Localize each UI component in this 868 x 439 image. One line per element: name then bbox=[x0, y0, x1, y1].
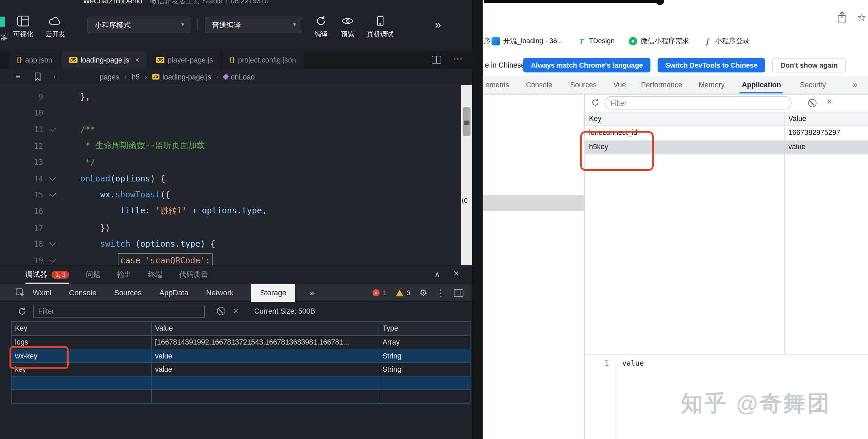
editor-scrollbar[interactable]: (0 bbox=[461, 85, 472, 266]
refresh-icon[interactable] bbox=[591, 99, 599, 107]
column-divider[interactable] bbox=[784, 112, 785, 354]
debugger-tab-Network[interactable]: Network bbox=[206, 289, 234, 297]
storage-row[interactable]: logs[1667814391992,1667813721543,1667813… bbox=[12, 336, 470, 349]
find-highlight-box: case 'scanQRCode': bbox=[120, 255, 211, 265]
warning-icon[interactable] bbox=[396, 289, 403, 296]
split-editor-icon[interactable] bbox=[432, 56, 441, 64]
editor-tab-player-page.js[interactable]: JSplayer-page.js bbox=[148, 51, 221, 69]
code-line: 18 switch (options.type) { bbox=[0, 236, 472, 252]
visualize-button[interactable]: 可视化 bbox=[13, 16, 33, 39]
compile-mode-dropdown[interactable]: 普通编译 ▾ bbox=[205, 17, 302, 33]
breadcrumb-item[interactable]: pages bbox=[100, 73, 119, 81]
code-token bbox=[140, 255, 145, 265]
editor-tab-project.config.json[interactable]: {}project.config.json bbox=[222, 51, 304, 69]
clear-storage-icon[interactable] bbox=[808, 99, 816, 107]
bookmark-star-icon[interactable]: ☆ bbox=[857, 11, 866, 24]
code-token: onLoad bbox=[80, 174, 110, 183]
devtools-tab-Performance[interactable]: Performance bbox=[641, 76, 682, 93]
storage-filter-input[interactable] bbox=[33, 304, 205, 318]
debugger-tab-Wxml[interactable]: Wxml bbox=[33, 289, 51, 297]
editor-tab-app.json[interactable]: {}app.json bbox=[9, 51, 60, 69]
storage-row[interactable] bbox=[12, 390, 470, 404]
panel-tab-调试器[interactable]: 调试器1, 3 bbox=[26, 266, 69, 284]
dont-show-again-button[interactable]: Don't show again bbox=[772, 58, 846, 72]
dock-layout-icon[interactable] bbox=[454, 289, 464, 297]
tabbar-more-icon[interactable]: ⋯ bbox=[453, 54, 462, 64]
match-language-button[interactable]: Always match Chrome's language bbox=[523, 58, 651, 72]
bookmark-label: TDesign bbox=[589, 37, 615, 45]
list-icon[interactable]: ≡ bbox=[16, 71, 20, 81]
storage-filter-row: × Current Size: 500B bbox=[0, 302, 472, 320]
switch-chinese-button[interactable]: Switch DevTools to Chinese bbox=[658, 58, 766, 72]
storage-row[interactable]: wx-keyvalueString bbox=[12, 349, 470, 363]
panel-tab-输出[interactable]: 输出 bbox=[117, 266, 131, 284]
close-filter-icon[interactable]: × bbox=[827, 96, 832, 107]
back-arrow-icon[interactable]: ← bbox=[52, 71, 60, 80]
kebab-menu-icon[interactable]: ⋮ bbox=[436, 287, 445, 298]
devtools-tabs-overflow-icon[interactable]: » bbox=[852, 80, 857, 89]
gear-icon[interactable]: ⚙ bbox=[419, 287, 427, 298]
device-debug-button[interactable]: 真机调试 bbox=[363, 16, 398, 39]
column-header-type[interactable]: Type bbox=[379, 322, 470, 335]
devtools-tab-Vue[interactable]: Vue bbox=[613, 76, 626, 93]
fold-chevron-icon[interactable] bbox=[43, 190, 62, 200]
code-text: onLoad(options) { bbox=[62, 174, 165, 183]
debugger-tab-Storage[interactable]: Storage bbox=[251, 284, 295, 302]
debugger-tab-AppData[interactable]: AppData bbox=[159, 289, 188, 297]
debugger-tab-Console[interactable]: Console bbox=[69, 289, 97, 297]
column-header-key[interactable]: Key bbox=[12, 322, 152, 335]
value-cell: value bbox=[788, 143, 806, 151]
storage-row[interactable] bbox=[12, 376, 470, 390]
storage-row[interactable]: keyvalueString bbox=[12, 363, 470, 376]
fold-chevron-icon[interactable] bbox=[43, 174, 62, 183]
breadcrumb-item[interactable]: JSloading-page.js bbox=[152, 73, 211, 81]
devtools-tab-ements[interactable]: ements bbox=[485, 76, 509, 93]
debugger-tabs-overflow-icon[interactable]: » bbox=[310, 288, 314, 298]
devtools-tab-Security[interactable]: Security bbox=[800, 76, 826, 93]
debugger-tab-Sources[interactable]: Sources bbox=[114, 289, 142, 297]
toolbar-overflow-icon[interactable]: » bbox=[435, 19, 441, 31]
bookmark-开流_loading - 36...[interactable]: 开流_loading - 36... bbox=[491, 36, 563, 46]
code-token: options bbox=[202, 206, 237, 216]
collapse-panel-icon[interactable]: ∧ bbox=[434, 270, 440, 279]
share-icon[interactable] bbox=[837, 11, 847, 23]
fold-chevron-icon[interactable] bbox=[43, 124, 62, 134]
column-header-value[interactable]: Value bbox=[152, 322, 379, 335]
mode-dropdown[interactable]: 小程序模式 ▾ bbox=[87, 17, 190, 33]
bookmark-icon[interactable] bbox=[34, 72, 41, 81]
panel-tab-问题[interactable]: 问题 bbox=[86, 266, 100, 284]
clear-storage-icon[interactable] bbox=[217, 307, 225, 315]
bookmark-TDesign[interactable]: TTDesign bbox=[577, 37, 615, 45]
column-header-value[interactable]: Value bbox=[788, 115, 806, 123]
devtools-tab-Memory[interactable]: Memory bbox=[699, 76, 724, 93]
devtools-tab-Sources[interactable]: Sources bbox=[570, 76, 597, 93]
js-file-icon: JS bbox=[152, 74, 160, 80]
bookmark-微信小程序需求[interactable]: 微信小程序需求 bbox=[629, 36, 689, 46]
fold-chevron-icon[interactable] bbox=[43, 239, 62, 249]
devtools-tab-Application[interactable]: Application bbox=[742, 76, 781, 93]
panel-tab-终端[interactable]: 终端 bbox=[148, 266, 162, 284]
fold-chevron-icon[interactable] bbox=[43, 255, 62, 265]
breadcrumb-item[interactable]: onLoad bbox=[223, 73, 255, 81]
compile-button[interactable]: 编译 bbox=[308, 16, 334, 39]
column-header-key[interactable]: Key bbox=[589, 115, 601, 123]
refresh-icon[interactable] bbox=[18, 306, 27, 315]
close-tab-icon[interactable]: × bbox=[135, 55, 139, 64]
breadcrumb: pages›h5›JSloading-page.js›onLoad bbox=[100, 69, 255, 85]
device-debug-label: 真机调试 bbox=[367, 30, 394, 39]
application-sidebar-selected-item[interactable] bbox=[483, 195, 584, 211]
close-filter-icon[interactable]: × bbox=[233, 306, 238, 316]
editor-tab-loading-page.js[interactable]: JSloading-page.js× bbox=[61, 51, 147, 69]
devtools-tab-Console[interactable]: Console bbox=[526, 76, 552, 93]
inspect-element-icon[interactable] bbox=[16, 288, 25, 298]
method-symbol-icon bbox=[223, 74, 229, 80]
breadcrumb-item[interactable]: h5 bbox=[132, 73, 140, 81]
cloud-dev-button[interactable]: 云开发 bbox=[45, 16, 65, 39]
close-panel-icon[interactable]: × bbox=[453, 268, 459, 279]
bookmark-小程序登录[interactable]: ʃ小程序登录 bbox=[703, 36, 750, 46]
storage-filter-input[interactable] bbox=[604, 96, 791, 109]
code-editor[interactable]: 9},1011/**12 * 生命周期函数--监听页面加载13 */14onLo… bbox=[0, 85, 472, 266]
error-icon[interactable]: × bbox=[372, 289, 380, 296]
panel-tab-代码质量[interactable]: 代码质量 bbox=[179, 266, 208, 284]
preview-button[interactable]: 预览 bbox=[335, 16, 360, 39]
